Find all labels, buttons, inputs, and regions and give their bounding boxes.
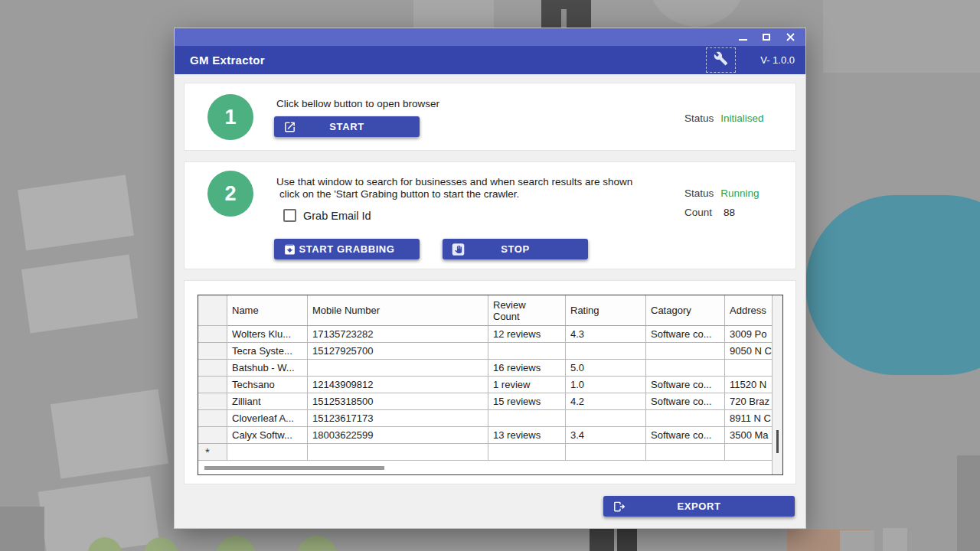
- table-cell[interactable]: [227, 444, 308, 461]
- table-cell[interactable]: 4.3: [566, 326, 646, 343]
- results-card: NameMobile NumberReview CountRatingCatag…: [184, 280, 796, 484]
- step2-number-badge: 2: [207, 171, 253, 217]
- horizontal-scrollbar[interactable]: [198, 461, 772, 474]
- table-cell[interactable]: [308, 360, 488, 377]
- table-cell[interactable]: Tecra Syste...: [227, 343, 308, 360]
- table-cell[interactable]: 9050 N C: [725, 343, 772, 360]
- table-cell[interactable]: 15125318500: [308, 393, 488, 410]
- table-cell[interactable]: 13 reviews: [488, 427, 566, 444]
- close-icon[interactable]: [786, 33, 795, 42]
- row-header-cell[interactable]: [198, 326, 227, 343]
- table-cell[interactable]: [725, 444, 772, 461]
- background-shape: [647, 0, 746, 27]
- row-header-cell[interactable]: [198, 410, 227, 427]
- table-cell[interactable]: 15 reviews: [488, 393, 566, 410]
- table-cell[interactable]: 720 Braz: [725, 393, 772, 410]
- grab-email-row: Grab Email Id: [283, 209, 371, 222]
- app-window: GM Extractor V- 1.0.0 1 Click bellow but…: [175, 28, 805, 528]
- table-cell[interactable]: 18003622599: [308, 427, 488, 444]
- table-cell[interactable]: Techsano: [227, 377, 308, 393]
- vertical-scrollbar-thumb[interactable]: [776, 430, 779, 453]
- table-cell[interactable]: 3500 Ma: [725, 427, 772, 444]
- table-cell[interactable]: 15123617173: [308, 410, 488, 427]
- table-cell[interactable]: 8911 N C: [725, 410, 772, 427]
- column-header-mobile-number[interactable]: Mobile Number: [308, 295, 488, 326]
- table-cell[interactable]: 3.4: [566, 427, 646, 444]
- column-header-address[interactable]: Address: [725, 295, 772, 326]
- table-cell[interactable]: Zilliant: [227, 393, 308, 410]
- export-exit-icon: [612, 500, 626, 513]
- column-header-review-count[interactable]: Review Count: [488, 295, 566, 326]
- table-cell[interactable]: 16 reviews: [488, 360, 566, 377]
- table-cell[interactable]: [646, 444, 725, 461]
- start-button[interactable]: START: [274, 116, 420, 137]
- table-cell[interactable]: [646, 410, 725, 427]
- row-header-cell[interactable]: [198, 427, 227, 444]
- background-shape: [957, 455, 980, 551]
- app-header: GM Extractor V- 1.0.0: [175, 46, 805, 74]
- table-cell[interactable]: 15127925700: [308, 343, 488, 360]
- table-cell[interactable]: 12143909812: [308, 377, 488, 393]
- horizontal-scrollbar-thumb[interactable]: [204, 466, 384, 470]
- table-cell[interactable]: 5.0: [566, 360, 646, 377]
- row-header-cell[interactable]: *: [198, 444, 227, 461]
- step2-instruction-line1: Use that window to search for businesses…: [276, 176, 632, 187]
- table-cell[interactable]: Calyx Softw...: [227, 427, 308, 444]
- background-shape: [51, 390, 168, 479]
- table-header-row: NameMobile NumberReview CountRatingCatag…: [198, 295, 772, 326]
- background-teal-blob: [805, 195, 980, 375]
- table-cell[interactable]: [308, 444, 488, 461]
- hand-stop-icon: [452, 243, 465, 256]
- count-value: 88: [724, 207, 735, 218]
- column-header-name[interactable]: Name: [227, 295, 308, 326]
- table-cell[interactable]: 12 reviews: [488, 326, 566, 343]
- column-header-rating[interactable]: Rating: [566, 295, 646, 326]
- minimize-icon[interactable]: [738, 33, 747, 42]
- table-row: *: [198, 444, 772, 461]
- stop-button[interactable]: STOP: [443, 239, 588, 259]
- table-cell[interactable]: [646, 360, 725, 377]
- table-cell[interactable]: Batshub - W...: [227, 360, 308, 377]
- table-cell[interactable]: [488, 444, 566, 461]
- table-cell[interactable]: [566, 343, 646, 360]
- status-label: Status: [684, 187, 714, 199]
- table-cell[interactable]: Software co...: [646, 393, 725, 410]
- table-corner-cell[interactable]: [198, 295, 227, 326]
- background-shape: [561, 9, 567, 28]
- table-cell[interactable]: [566, 444, 646, 461]
- step1-instruction: Click bellow button to open browser: [276, 98, 439, 109]
- table-cell[interactable]: Software co...: [646, 377, 725, 393]
- table-cell[interactable]: Wolters Klu...: [227, 326, 308, 343]
- table-cell[interactable]: 17135723282: [308, 326, 488, 343]
- column-header-catagory[interactable]: Catagory: [646, 295, 725, 326]
- table-cell[interactable]: 4.2: [566, 393, 646, 410]
- vertical-scrollbar[interactable]: [772, 295, 782, 474]
- grab-email-checkbox[interactable]: [283, 209, 296, 222]
- settings-tools-button[interactable]: [706, 47, 736, 73]
- table-row: Calyx Softw...1800362259913 reviews3.4So…: [198, 427, 772, 444]
- row-header-cell[interactable]: [198, 360, 227, 377]
- table-cell[interactable]: [488, 343, 566, 360]
- table-cell[interactable]: [646, 343, 725, 360]
- table-cell[interactable]: 1.0: [566, 377, 646, 393]
- table-cell[interactable]: 11520 N: [725, 377, 772, 393]
- table-cell[interactable]: [488, 410, 566, 427]
- maximize-icon[interactable]: [762, 33, 771, 42]
- table-cell[interactable]: Software co...: [646, 427, 725, 444]
- row-header-cell[interactable]: [198, 393, 227, 410]
- table-cell[interactable]: [725, 360, 772, 377]
- step1-status: Status Initialised: [684, 112, 764, 124]
- start-grabbing-button[interactable]: START GRABBING: [274, 239, 420, 259]
- table-cell[interactable]: [566, 410, 646, 427]
- table-cell[interactable]: Software co...: [646, 326, 725, 343]
- table-cell[interactable]: 1 review: [488, 377, 566, 393]
- export-button[interactable]: EXPORT: [603, 496, 795, 517]
- table-row: Batshub - W...16 reviews5.0: [198, 360, 772, 377]
- results-table: NameMobile NumberReview CountRatingCatag…: [198, 295, 783, 475]
- row-header-cell[interactable]: [198, 343, 227, 360]
- row-header-cell[interactable]: [198, 377, 227, 393]
- status-value: Initialised: [720, 112, 763, 124]
- table-cell[interactable]: Cloverleaf A...: [227, 410, 308, 427]
- table-cell[interactable]: 3009 Po: [725, 326, 772, 343]
- status-value: Running: [720, 187, 759, 199]
